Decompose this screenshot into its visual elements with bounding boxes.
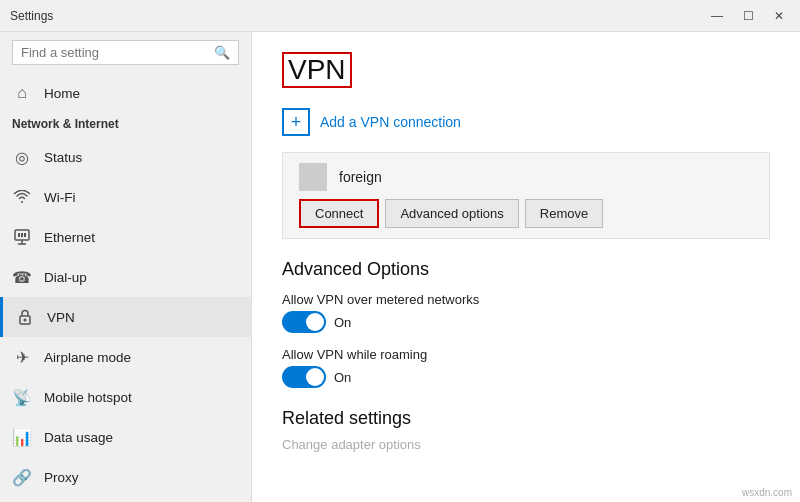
window-controls: — ☐ ✕ — [705, 7, 790, 25]
advanced-options-title: Advanced Options — [282, 259, 770, 280]
data-icon: 📊 — [12, 427, 32, 447]
sidebar-item-wifi-label: Wi-Fi — [44, 190, 75, 205]
toggle-roaming-label: Allow VPN while roaming — [282, 347, 770, 362]
sidebar-item-dialup[interactable]: ☎ Dial-up — [0, 257, 251, 297]
svg-rect-3 — [18, 233, 20, 237]
app-title: Settings — [10, 9, 53, 23]
sidebar-item-airplane-label: Airplane mode — [44, 350, 131, 365]
toggle-metered-value: On — [334, 315, 351, 330]
sidebar-item-wifi[interactable]: Wi-Fi — [0, 177, 251, 217]
vpn-connection-name: foreign — [339, 169, 382, 185]
toggle-roaming-switch[interactable] — [282, 366, 326, 388]
vpn-card: foreign Connect Advanced options Remove — [282, 152, 770, 239]
add-vpn-button[interactable]: + Add a VPN connection — [282, 108, 770, 136]
sidebar-item-dialup-label: Dial-up — [44, 270, 87, 285]
status-icon: ◎ — [12, 147, 32, 167]
remove-button[interactable]: Remove — [525, 199, 603, 228]
vpn-actions: Connect Advanced options Remove — [299, 199, 753, 228]
toggle-roaming-row: Allow VPN while roaming On — [282, 347, 770, 388]
add-icon: + — [282, 108, 310, 136]
content-area: VPN + Add a VPN connection foreign Conne… — [252, 32, 800, 502]
sidebar-item-vpn[interactable]: VPN — [0, 297, 251, 337]
sidebar-item-airplane[interactable]: ✈ Airplane mode — [0, 337, 251, 377]
sidebar-item-vpn-label: VPN — [47, 310, 75, 325]
home-icon: ⌂ — [12, 83, 32, 103]
sidebar-item-hotspot-label: Mobile hotspot — [44, 390, 132, 405]
proxy-icon: 🔗 — [12, 467, 32, 487]
sidebar-item-proxy[interactable]: 🔗 Proxy — [0, 457, 251, 497]
toggle-metered-control: On — [282, 311, 770, 333]
vpn-card-icon — [299, 163, 327, 191]
sidebar-item-ethernet[interactable]: Ethernet — [0, 217, 251, 257]
wifi-icon — [12, 187, 32, 207]
sidebar-item-status[interactable]: ◎ Status — [0, 137, 251, 177]
restore-button[interactable]: ☐ — [737, 7, 760, 25]
sidebar-category: Network & Internet — [0, 113, 251, 137]
toggle-metered-label: Allow VPN over metered networks — [282, 292, 770, 307]
search-input[interactable] — [21, 45, 214, 60]
title-bar: Settings — ☐ ✕ — [0, 0, 800, 32]
advanced-options-button[interactable]: Advanced options — [385, 199, 518, 228]
sidebar-item-proxy-label: Proxy — [44, 470, 79, 485]
toggle-roaming-value: On — [334, 370, 351, 385]
app-body: 🔍 ⌂ Home Network & Internet ◎ Status Wi- — [0, 32, 800, 502]
toggle-roaming-control: On — [282, 366, 770, 388]
airplane-icon: ✈ — [12, 347, 32, 367]
sidebar-item-home-label: Home — [44, 86, 80, 101]
ethernet-icon — [12, 227, 32, 247]
toggle-metered-switch[interactable] — [282, 311, 326, 333]
sidebar-item-home[interactable]: ⌂ Home — [0, 73, 251, 113]
sidebar-item-data[interactable]: 📊 Data usage — [0, 417, 251, 457]
close-button[interactable]: ✕ — [768, 7, 790, 25]
toggle-metered-row: Allow VPN over metered networks On — [282, 292, 770, 333]
minimize-button[interactable]: — — [705, 7, 729, 25]
vpn-card-header: foreign — [299, 163, 753, 191]
sidebar-item-ethernet-label: Ethernet — [44, 230, 95, 245]
connect-button[interactable]: Connect — [299, 199, 379, 228]
svg-rect-5 — [24, 233, 26, 237]
watermark: wsxdn.com — [742, 487, 792, 498]
dialup-icon: ☎ — [12, 267, 32, 287]
sidebar: 🔍 ⌂ Home Network & Internet ◎ Status Wi- — [0, 32, 252, 502]
sidebar-item-hotspot[interactable]: 📡 Mobile hotspot — [0, 377, 251, 417]
add-vpn-label: Add a VPN connection — [320, 114, 461, 130]
svg-rect-4 — [21, 233, 23, 237]
hotspot-icon: 📡 — [12, 387, 32, 407]
vpn-icon — [15, 307, 35, 327]
sidebar-item-data-label: Data usage — [44, 430, 113, 445]
related-settings-title: Related settings — [282, 408, 770, 429]
search-icon: 🔍 — [214, 45, 230, 60]
search-box[interactable]: 🔍 — [12, 40, 239, 65]
change-adapter-link[interactable]: Change adapter options — [282, 437, 770, 452]
page-title: VPN — [282, 52, 352, 88]
sidebar-item-status-label: Status — [44, 150, 82, 165]
svg-point-7 — [24, 319, 27, 322]
